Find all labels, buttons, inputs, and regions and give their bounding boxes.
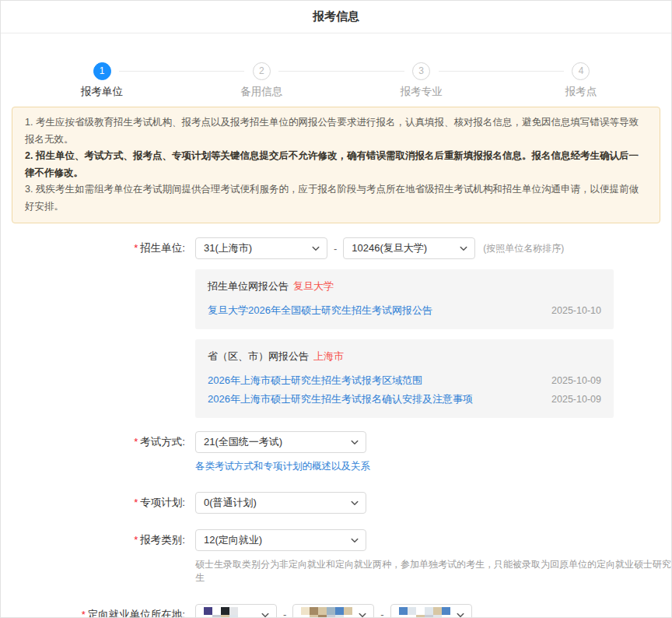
application-form: *招生单位: 31(上海市) - 10246(复旦大学) (按照单位名称排序) [1, 237, 671, 618]
special-plan-select[interactable]: 0(普通计划) [195, 492, 366, 514]
exam-mode-label: *考试方式: [1, 431, 195, 453]
chevron-down-icon [311, 244, 320, 253]
step-3-label: 报考专业 [401, 85, 443, 99]
redacted-mosaic [204, 607, 247, 618]
page-title: 报考信息 [313, 9, 359, 24]
notice-line-2: 2. 招生单位、考试方式、报考点、专项计划等关键信息提交后不允许修改，确有错误需… [25, 148, 647, 181]
category-row: *报考类别: 12(定向就业) 硕士生录取类别分为非定向就业和定向就业两种，参加… [1, 529, 671, 585]
wizard-steps: 1 报考单位 2 备用信息 3 报考专业 4 报考点 [1, 61, 671, 80]
employer-location-label: *定向就业单位所在地: [1, 604, 195, 618]
exam-mode-select[interactable]: 21(全国统一考试) [195, 431, 366, 453]
unit-announcement-box: 招生单位网报公告复旦大学 复旦大学2026年全国硕士研究生招生考试网报公告 20… [195, 269, 614, 329]
unit-sort-hint: (按照单位名称排序) [483, 242, 564, 255]
announcement-item: 2026年上海市硕士研究生招生考试报考区域范围 2025-10-09 [208, 374, 601, 388]
step-1-application-unit: 1 报考单位 [93, 62, 111, 80]
required-asterisk: * [134, 436, 138, 448]
special-plan-value: 0(普通计划) [204, 496, 257, 510]
province-announcement-title: 省（区、市）网报公告上海市 [208, 349, 601, 363]
province-announcement-box: 省（区、市）网报公告上海市 2026年上海市硕士研究生招生考试报考区域范围 20… [195, 339, 614, 418]
announcement-date: 2025-10-09 [551, 375, 601, 386]
admission-unit-label: *招生单位: [1, 237, 195, 259]
chevron-down-icon [350, 498, 359, 507]
required-asterisk: * [134, 497, 138, 508]
admission-unit-row: *招生单位: 31(上海市) - 10246(复旦大学) (按照单位名称排序) [1, 237, 671, 418]
application-info-page: 报考信息 1 报考单位 2 备用信息 3 报考专业 4 报考点 1. 考生应按省… [0, 0, 672, 618]
step-4-label: 报考点 [565, 85, 597, 99]
unit-name-highlight: 复旦大学 [293, 280, 334, 292]
chevron-down-icon [358, 610, 367, 618]
province-announcement-link-2[interactable]: 2026年上海市硕士研究生招生考试报名确认安排及注意事项 [208, 392, 473, 406]
employer-province-select[interactable] [195, 604, 277, 618]
chevron-down-icon [350, 437, 359, 447]
step-2-backup-info: 2 备用信息 [252, 62, 271, 80]
dash-separator: - [380, 609, 383, 618]
admission-province-value: 31(上海市) [204, 241, 252, 255]
step-4-circle: 4 [572, 62, 590, 80]
step-2-label: 备用信息 [240, 85, 282, 99]
announcement-date: 2025-10-09 [551, 394, 601, 405]
special-plan-row: *专项计划: 0(普通计划) [1, 492, 671, 514]
dash-separator: - [283, 609, 286, 618]
exam-mode-row: *考试方式: 21(全国统一考试) 各类考试方式和专项计划的概述以及关系 [1, 431, 671, 473]
chevron-down-icon [456, 610, 465, 618]
special-plan-label: *专项计划: [1, 492, 195, 514]
category-hint: 硕士生录取类别分为非定向就业和定向就业两种，参加单独考试的考生，只能被录取为回原… [195, 558, 671, 585]
chevron-down-icon [459, 244, 468, 253]
step-2-circle: 2 [253, 62, 271, 80]
employer-city-select[interactable] [292, 604, 374, 618]
step-1-label: 报考单位 [81, 85, 123, 99]
province-announcement-link-1[interactable]: 2026年上海市硕士研究生招生考试报考区域范围 [208, 374, 422, 388]
employer-location-row: *定向就业单位所在地: - - [1, 604, 671, 618]
step-connector [119, 71, 244, 72]
notice-line-3: 3. 残疾考生如需组考单位在考试期间提供合理考试便利服务的，应于报名阶段与考点所… [25, 181, 647, 215]
chevron-down-icon [261, 610, 270, 618]
dash-separator: - [334, 243, 337, 255]
unit-announcement-title: 招生单位网报公告复旦大学 [208, 279, 601, 293]
announcement-item: 2026年上海市硕士研究生招生考试报名确认安排及注意事项 2025-10-09 [208, 392, 601, 406]
page-header: 报考信息 [1, 1, 671, 33]
announcement-item: 复旦大学2026年全国硕士研究生招生考试网报公告 2025-10-10 [208, 304, 601, 318]
required-asterisk: * [82, 609, 86, 618]
chevron-down-icon [350, 535, 359, 545]
admission-unit-value: 10246(复旦大学) [352, 241, 427, 255]
redacted-mosaic [399, 607, 450, 618]
required-asterisk: * [134, 242, 138, 254]
category-value: 12(定向就业) [204, 533, 262, 547]
admission-unit-select[interactable]: 10246(复旦大学) [343, 237, 475, 259]
category-select[interactable]: 12(定向就业) [195, 529, 366, 551]
province-name-highlight: 上海市 [313, 350, 344, 362]
step-3-major: 3 报考专业 [412, 62, 431, 80]
step-connector [278, 71, 404, 72]
step-3-circle: 3 [412, 62, 430, 80]
category-label: *报考类别: [1, 529, 195, 551]
exam-mode-info-link[interactable]: 各类考试方式和专项计划的概述以及关系 [195, 460, 370, 473]
step-4-exam-site: 4 报考点 [572, 62, 590, 80]
announcement-date: 2025-10-10 [551, 305, 601, 316]
notice-box: 1. 考生应按省级教育招生考试机构、报考点以及报考招生单位的网报公告要求进行报名… [12, 107, 660, 223]
employer-district-select[interactable] [390, 604, 472, 618]
redacted-mosaic [301, 607, 352, 618]
notice-line-1: 1. 考生应按省级教育招生考试机构、报考点以及报考招生单位的网报公告要求进行报名… [25, 114, 647, 148]
step-1-circle: 1 [93, 62, 111, 80]
unit-announcement-link[interactable]: 复旦大学2026年全国硕士研究生招生考试网报公告 [208, 304, 432, 318]
exam-mode-value: 21(全国统一考试) [204, 435, 282, 449]
required-asterisk: * [134, 534, 138, 546]
step-connector [439, 71, 564, 72]
admission-province-select[interactable]: 31(上海市) [195, 237, 327, 259]
